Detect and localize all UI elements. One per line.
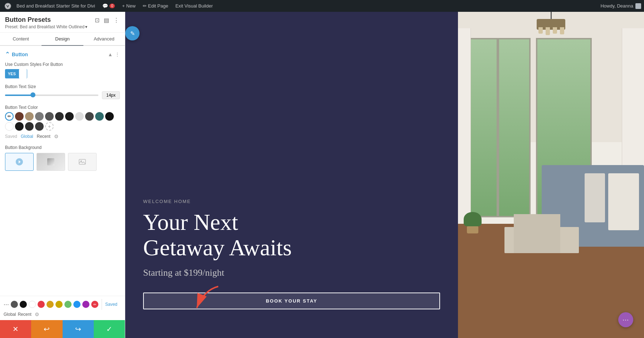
field-custom-styles: Use Custom Styles For Button YES [5, 62, 120, 78]
tab-design[interactable]: Design [42, 33, 83, 46]
bottom-dot-8[interactable] [73, 301, 80, 308]
redo-button[interactable]: ↪ [63, 320, 94, 338]
save-button[interactable]: ✓ [94, 320, 125, 338]
tab-advanced[interactable]: Advanced [83, 33, 125, 46]
main-layout: Button Presets Preset: Bed and Breakfast… [0, 12, 644, 338]
section-collapse-btn[interactable]: ▲ [108, 52, 113, 57]
slider-value[interactable]: 14px [102, 91, 120, 99]
left-panel: Button Presets Preset: Bed and Breakfast… [0, 12, 125, 338]
toggle-container: YES [5, 69, 120, 78]
bottom-gear-icon[interactable]: ⚙ [35, 312, 39, 317]
section-title-button: ⌃ Button [5, 51, 28, 58]
bottom-dot-1[interactable] [11, 301, 18, 308]
section-header-button: ⌃ Button ▲ ⋮ [5, 51, 120, 58]
hero-image [458, 12, 644, 338]
divider [102, 299, 102, 310]
recent-label[interactable]: Recent [37, 134, 50, 139]
undo-button[interactable]: ↩ [31, 320, 62, 338]
color-swatch-13[interactable] [25, 122, 34, 131]
slider-container: 14px [5, 91, 120, 99]
bottom-dot-7[interactable] [64, 301, 72, 308]
bottom-dot-pencil[interactable]: ✏ [91, 301, 98, 308]
color-swatch-5[interactable] [55, 112, 64, 121]
global-label[interactable]: Global [21, 134, 33, 139]
slider-track[interactable] [5, 95, 98, 96]
bg-color-option[interactable] [5, 153, 34, 171]
color-tabs: Saved Global Recent ⚙ [5, 134, 120, 139]
slider-thumb[interactable] [30, 92, 35, 97]
bottom-dot-4[interactable] [38, 301, 45, 308]
color-swatch-10[interactable] [105, 112, 114, 121]
admin-bar-site[interactable]: Bed and Breakfast Starter Site for Divi [13, 0, 99, 12]
tab-content[interactable]: Content [0, 33, 42, 46]
color-swatch-9[interactable] [95, 112, 104, 121]
panel-header: Button Presets Preset: Bed and Breakfast… [0, 12, 125, 33]
admin-bar-comments[interactable]: 💬 0 [99, 0, 119, 12]
book-button[interactable]: BOOK YOUR STAY [143, 293, 440, 309]
hero-subline: Starting at $199/night [143, 267, 440, 278]
panel-tabs: Content Design Advanced [0, 33, 125, 46]
chandelier [537, 12, 565, 30]
floating-more-btn[interactable]: ··· [618, 312, 633, 327]
toggle-handle [19, 69, 27, 78]
website-preview: ✎ WELCOME HOME Your Next Getaway Awaits … [125, 12, 644, 338]
admin-avatar [635, 3, 641, 9]
color-swatch-1[interactable] [15, 112, 24, 121]
admin-bar-new[interactable]: +New [118, 0, 139, 12]
color-swatch-4[interactable] [45, 112, 54, 121]
color-swatch-2[interactable] [25, 112, 34, 121]
admin-bar-edit-page[interactable]: ✏Edit Page [139, 0, 172, 12]
color-swatch-8[interactable] [85, 112, 94, 121]
saved-label[interactable]: Saved [5, 134, 17, 139]
bottom-recent-label[interactable]: Recent [18, 312, 31, 317]
bottom-saved-label[interactable]: Saved [105, 302, 117, 307]
hero-content: WELCOME HOME Your Next Getaway Awaits St… [125, 12, 458, 338]
bottom-actions: ✕ ↩ ↪ ✓ [0, 320, 125, 338]
color-swatch-3[interactable] [35, 112, 44, 121]
admin-bar: Bed and Breakfast Starter Site for Divi … [0, 0, 644, 12]
section-more-btn[interactable]: ⋮ [115, 52, 120, 57]
field-text-size: Button Text Size 14px [5, 84, 120, 99]
color-swatches: ✏ + [5, 112, 120, 131]
panel-content: ⌃ Button ▲ ⋮ Use Custom Styles For Butto… [0, 46, 125, 296]
panel-action-expand[interactable]: ▤ [103, 16, 110, 24]
admin-bar-exit-builder[interactable]: Exit Visual Builder [172, 0, 216, 12]
svg-rect-2 [79, 159, 86, 164]
bottom-dot-2[interactable] [20, 301, 27, 308]
background-label: Button Background [5, 145, 120, 150]
curtain-left [458, 28, 471, 240]
panel-action-resize[interactable]: ⊡ [94, 16, 100, 24]
section-actions: ▲ ⋮ [108, 52, 120, 57]
bottom-global-label[interactable]: Global [4, 312, 16, 317]
color-swatch-7[interactable] [75, 112, 84, 121]
divi-edit-btn[interactable]: ✎ [125, 26, 140, 40]
bottom-dot-9[interactable] [82, 301, 89, 308]
color-swatch-14[interactable] [35, 122, 44, 131]
custom-styles-label: Use Custom Styles For Button [5, 62, 120, 67]
bg-gradient-option[interactable] [36, 153, 65, 171]
more-dots[interactable]: ··· [4, 301, 9, 308]
bottom-color-row: ··· ✏ Saved Global Recent ⚙ [0, 296, 125, 320]
toggle-switch[interactable]: YES [5, 69, 27, 78]
color-swatch-6[interactable] [65, 112, 74, 121]
color-swatch-add[interactable]: + [45, 122, 54, 131]
settings-icon[interactable]: ⚙ [54, 134, 59, 139]
field-text-color: Button Text Color ✏ [5, 105, 120, 139]
text-color-label: Button Text Color [5, 105, 120, 110]
color-swatch-11[interactable] [5, 122, 14, 131]
field-background: Button Background [5, 145, 120, 171]
room-image [458, 12, 644, 338]
preview-hero: WELCOME HOME Your Next Getaway Awaits St… [125, 12, 644, 338]
admin-bar-right: Howdy, Deanna [600, 3, 641, 9]
welcome-text: WELCOME HOME [143, 199, 440, 204]
bg-image-option[interactable] [68, 153, 97, 171]
bottom-dot-3[interactable] [29, 301, 36, 308]
cancel-button[interactable]: ✕ [0, 320, 31, 338]
wp-logo[interactable] [3, 0, 13, 12]
color-swatch-pencil[interactable]: ✏ [5, 112, 14, 121]
svg-rect-1 [47, 158, 54, 165]
panel-action-more[interactable]: ⋮ [113, 16, 120, 24]
color-swatch-12[interactable] [15, 122, 24, 131]
bottom-dot-5[interactable] [47, 301, 54, 308]
bottom-dot-6[interactable] [55, 301, 63, 308]
